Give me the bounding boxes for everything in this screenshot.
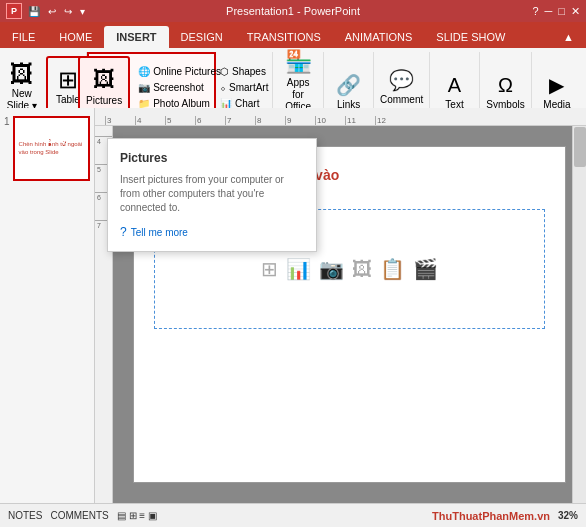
tab-home[interactable]: HOME — [47, 26, 104, 48]
slide-thumbnail[interactable]: Chèn hình ảnh từ ngoài vào trong Slide — [13, 116, 90, 181]
expand-ribbon-btn[interactable]: ▲ — [551, 26, 586, 48]
pictures-label: Pictures — [86, 95, 122, 107]
online-pictures-label: Online Pictures — [153, 66, 221, 77]
tab-file[interactable]: FILE — [0, 26, 47, 48]
window-title: Presentation1 - PowerPoint — [226, 5, 360, 17]
media-icon: ▶ — [549, 73, 564, 97]
online-pictures-icon: 🌐 — [138, 66, 150, 77]
tab-animations[interactable]: ANIMATIONS — [333, 26, 425, 48]
smartart-label: SmartArt — [229, 82, 268, 93]
tooltip-link[interactable]: ? Tell me more — [120, 225, 304, 239]
screenshot-icon: 📷 — [138, 82, 150, 93]
text-icon: A — [448, 74, 461, 97]
online-pictures-btn[interactable]: 🌐 Online Pictures — [134, 64, 225, 79]
pictures-icon: 🖼 — [93, 67, 115, 93]
status-left: NOTES COMMENTS ▤ ⊞ ≡ ▣ — [8, 510, 157, 521]
photo-album-label: Photo Album — [153, 98, 210, 109]
placeholder-icons: ⊞ 📊 📷 🖼 📋 🎬 — [261, 257, 438, 281]
view-icons: ▤ ⊞ ≡ ▣ — [117, 510, 157, 521]
tooltip-description: Insert pictures from your computer or fr… — [120, 173, 304, 215]
tab-slideshow[interactable]: SLIDE SHOW — [424, 26, 517, 48]
shapes-label: Shapes — [232, 66, 266, 77]
title-bar-left: P 💾 ↩ ↪ ▾ — [6, 3, 87, 19]
screenshot-label: Screenshot — [153, 82, 204, 93]
smartart-icon: ⬦ — [220, 82, 226, 93]
new-slide-icon: 🖼 — [10, 62, 34, 86]
tooltip-link-text: Tell me more — [131, 227, 188, 238]
powerpoint-icon: P — [6, 3, 22, 19]
title-bar: P 💾 ↩ ↪ ▾ Presentation1 - PowerPoint ? ─… — [0, 0, 586, 22]
help-btn[interactable]: ? — [532, 5, 538, 18]
help-circle-icon: ? — [120, 225, 127, 239]
tooltip-title: Pictures — [120, 151, 304, 165]
tab-design[interactable]: DESIGN — [169, 26, 235, 48]
chart-icon: 📊 — [220, 98, 232, 109]
minimize-btn[interactable]: ─ — [545, 5, 553, 18]
customize-btn[interactable]: ▾ — [78, 6, 87, 17]
slide-panel: 1 Chèn hình ảnh từ ngoài vào trong Slide — [0, 108, 95, 503]
chart-label: Chart — [235, 98, 259, 109]
slide-number: 1 — [4, 116, 10, 127]
maximize-btn[interactable]: □ — [558, 5, 565, 18]
table-icon: ⊞ — [58, 68, 78, 92]
scrollbar-thumb[interactable] — [574, 127, 586, 167]
screenshot-btn[interactable]: 📷 Screenshot — [134, 80, 225, 95]
comment-label: Comment — [380, 94, 423, 106]
symbols-icon: Ω — [498, 74, 513, 97]
horizontal-ruler: 3 4 5 6 7 8 9 10 11 12 — [95, 108, 586, 126]
tab-insert[interactable]: INSERT — [104, 26, 168, 48]
notes-btn[interactable]: NOTES — [8, 510, 42, 521]
window-controls: ? ─ □ ✕ — [532, 5, 580, 18]
illustrations-btns: ⬡ Shapes ⬦ SmartArt 📊 Chart — [216, 64, 272, 111]
smartart-btn[interactable]: ⬦ SmartArt — [216, 80, 272, 95]
status-right: ThuThuatPhanMem.vn 32% — [432, 510, 578, 522]
save-quick-btn[interactable]: 💾 — [26, 6, 42, 17]
brand-text: ThuThuatPhanMem.vn — [432, 510, 550, 522]
photo-album-icon: 📁 — [138, 98, 150, 109]
ribbon-tabs: FILE HOME INSERT DESIGN TRANSITIONS ANIM… — [0, 22, 586, 48]
redo-btn[interactable]: ↪ — [62, 6, 74, 17]
apps-icon: 🏪 — [285, 49, 312, 75]
table-label: Table — [56, 94, 80, 106]
links-icon: 🔗 — [336, 73, 361, 97]
shapes-icon: ⬡ — [220, 66, 229, 77]
comments-btn[interactable]: COMMENTS — [50, 510, 108, 521]
vertical-scrollbar[interactable] — [572, 126, 586, 503]
status-bar: NOTES COMMENTS ▤ ⊞ ≡ ▣ ThuThuatPhanMem.v… — [0, 503, 586, 527]
tab-transitions[interactable]: TRANSITIONS — [235, 26, 333, 48]
close-btn[interactable]: ✕ — [571, 5, 580, 18]
shapes-btn[interactable]: ⬡ Shapes — [216, 64, 272, 79]
undo-btn[interactable]: ↩ — [46, 6, 58, 17]
zoom-level: 32% — [558, 510, 578, 521]
comment-icon: 💬 — [389, 68, 414, 92]
tooltip-popup: Pictures Insert pictures from your compu… — [107, 138, 317, 252]
